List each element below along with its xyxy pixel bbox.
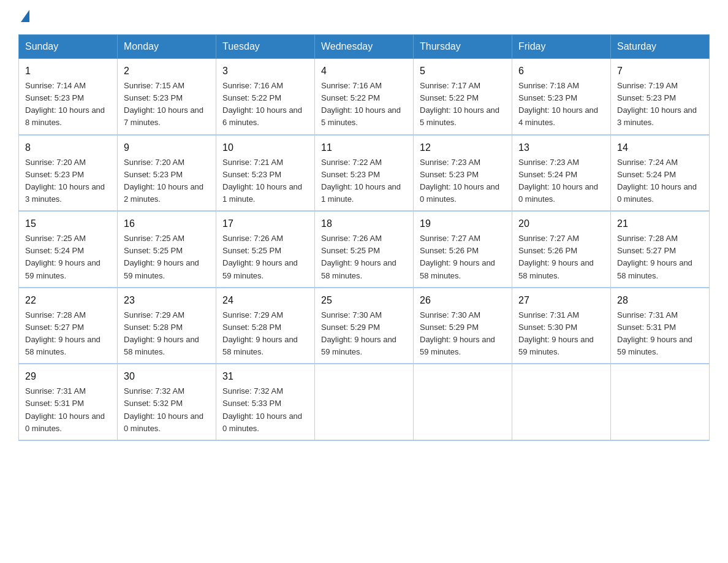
day-info: Sunrise: 7:30 AMSunset: 5:29 PMDaylight:…	[420, 309, 506, 359]
day-number: 24	[222, 293, 308, 308]
table-row: 17Sunrise: 7:26 AMSunset: 5:25 PMDayligh…	[216, 211, 315, 288]
table-row: 8Sunrise: 7:20 AMSunset: 5:23 PMDaylight…	[19, 135, 118, 212]
day-info: Sunrise: 7:25 AMSunset: 5:25 PMDaylight:…	[124, 232, 210, 282]
day-info: Sunrise: 7:32 AMSunset: 5:33 PMDaylight:…	[222, 385, 308, 435]
calendar-week-row: 15Sunrise: 7:25 AMSunset: 5:24 PMDayligh…	[19, 211, 710, 288]
day-number: 10	[222, 140, 308, 155]
day-number: 17	[222, 216, 308, 231]
day-number: 14	[617, 140, 703, 155]
day-info: Sunrise: 7:29 AMSunset: 5:28 PMDaylight:…	[222, 309, 308, 359]
day-number: 25	[321, 293, 407, 308]
day-number: 3	[222, 64, 308, 79]
table-row: 25Sunrise: 7:30 AMSunset: 5:29 PMDayligh…	[315, 288, 414, 364]
day-info: Sunrise: 7:18 AMSunset: 5:23 PMDaylight:…	[518, 80, 604, 129]
logo	[18, 12, 32, 22]
table-row: 29Sunrise: 7:31 AMSunset: 5:31 PMDayligh…	[19, 364, 118, 440]
logo-triangle-icon	[21, 10, 29, 22]
table-row: 21Sunrise: 7:28 AMSunset: 5:27 PMDayligh…	[611, 211, 710, 288]
day-number: 23	[124, 293, 210, 308]
day-info: Sunrise: 7:31 AMSunset: 5:31 PMDaylight:…	[617, 309, 703, 359]
day-info: Sunrise: 7:26 AMSunset: 5:25 PMDaylight:…	[321, 232, 407, 282]
header-friday: Friday	[512, 35, 611, 59]
day-info: Sunrise: 7:32 AMSunset: 5:32 PMDaylight:…	[124, 385, 210, 435]
table-row: 9Sunrise: 7:20 AMSunset: 5:23 PMDaylight…	[118, 135, 216, 212]
day-info: Sunrise: 7:24 AMSunset: 5:24 PMDaylight:…	[617, 156, 703, 206]
day-number: 2	[124, 64, 210, 79]
table-row: 12Sunrise: 7:23 AMSunset: 5:23 PMDayligh…	[414, 135, 512, 212]
day-info: Sunrise: 7:27 AMSunset: 5:26 PMDaylight:…	[518, 232, 604, 282]
day-number: 19	[420, 216, 506, 231]
day-number: 9	[124, 140, 210, 155]
day-info: Sunrise: 7:28 AMSunset: 5:27 PMDaylight:…	[617, 232, 703, 282]
table-row: 4Sunrise: 7:16 AMSunset: 5:22 PMDaylight…	[315, 59, 414, 135]
calendar-week-row: 29Sunrise: 7:31 AMSunset: 5:31 PMDayligh…	[19, 364, 710, 440]
day-number: 13	[518, 140, 604, 155]
day-info: Sunrise: 7:14 AMSunset: 5:23 PMDaylight:…	[25, 80, 111, 129]
day-number: 28	[617, 293, 703, 308]
day-info: Sunrise: 7:20 AMSunset: 5:23 PMDaylight:…	[124, 156, 210, 206]
day-number: 20	[518, 216, 604, 231]
day-number: 1	[25, 64, 111, 79]
day-number: 29	[25, 369, 111, 384]
day-number: 4	[321, 64, 407, 79]
table-row: 14Sunrise: 7:24 AMSunset: 5:24 PMDayligh…	[611, 135, 710, 212]
day-info: Sunrise: 7:16 AMSunset: 5:22 PMDaylight:…	[222, 80, 308, 129]
day-number: 21	[617, 216, 703, 231]
day-number: 5	[420, 64, 506, 79]
day-number: 7	[617, 64, 703, 79]
day-number: 30	[124, 369, 210, 384]
day-info: Sunrise: 7:30 AMSunset: 5:29 PMDaylight:…	[321, 309, 407, 359]
table-row: 13Sunrise: 7:23 AMSunset: 5:24 PMDayligh…	[512, 135, 611, 212]
day-info: Sunrise: 7:23 AMSunset: 5:24 PMDaylight:…	[518, 156, 604, 206]
calendar-header-row: Sunday Monday Tuesday Wednesday Thursday…	[19, 35, 710, 59]
day-info: Sunrise: 7:19 AMSunset: 5:23 PMDaylight:…	[617, 80, 703, 129]
day-info: Sunrise: 7:23 AMSunset: 5:23 PMDaylight:…	[420, 156, 506, 206]
table-row: 3Sunrise: 7:16 AMSunset: 5:22 PMDaylight…	[216, 59, 315, 135]
day-info: Sunrise: 7:29 AMSunset: 5:28 PMDaylight:…	[124, 309, 210, 359]
table-row: 23Sunrise: 7:29 AMSunset: 5:28 PMDayligh…	[118, 288, 216, 364]
table-row: 2Sunrise: 7:15 AMSunset: 5:23 PMDaylight…	[118, 59, 216, 135]
calendar-week-row: 22Sunrise: 7:28 AMSunset: 5:27 PMDayligh…	[19, 288, 710, 364]
calendar-week-row: 8Sunrise: 7:20 AMSunset: 5:23 PMDaylight…	[19, 135, 710, 212]
table-row: 20Sunrise: 7:27 AMSunset: 5:26 PMDayligh…	[512, 211, 611, 288]
table-row	[512, 364, 611, 440]
page-header	[18, 12, 710, 22]
day-info: Sunrise: 7:28 AMSunset: 5:27 PMDaylight:…	[25, 309, 111, 359]
day-info: Sunrise: 7:31 AMSunset: 5:30 PMDaylight:…	[518, 309, 604, 359]
table-row: 28Sunrise: 7:31 AMSunset: 5:31 PMDayligh…	[611, 288, 710, 364]
day-info: Sunrise: 7:17 AMSunset: 5:22 PMDaylight:…	[420, 80, 506, 129]
day-info: Sunrise: 7:21 AMSunset: 5:23 PMDaylight:…	[222, 156, 308, 206]
table-row: 27Sunrise: 7:31 AMSunset: 5:30 PMDayligh…	[512, 288, 611, 364]
calendar-table: Sunday Monday Tuesday Wednesday Thursday…	[18, 34, 710, 441]
header-monday: Monday	[118, 35, 216, 59]
day-number: 22	[25, 293, 111, 308]
day-info: Sunrise: 7:31 AMSunset: 5:31 PMDaylight:…	[25, 385, 111, 435]
day-number: 15	[25, 216, 111, 231]
day-info: Sunrise: 7:20 AMSunset: 5:23 PMDaylight:…	[25, 156, 111, 206]
header-sunday: Sunday	[19, 35, 118, 59]
day-number: 8	[25, 140, 111, 155]
table-row: 15Sunrise: 7:25 AMSunset: 5:24 PMDayligh…	[19, 211, 118, 288]
header-wednesday: Wednesday	[315, 35, 414, 59]
day-info: Sunrise: 7:25 AMSunset: 5:24 PMDaylight:…	[25, 232, 111, 282]
header-saturday: Saturday	[611, 35, 710, 59]
table-row: 16Sunrise: 7:25 AMSunset: 5:25 PMDayligh…	[118, 211, 216, 288]
table-row: 18Sunrise: 7:26 AMSunset: 5:25 PMDayligh…	[315, 211, 414, 288]
table-row: 30Sunrise: 7:32 AMSunset: 5:32 PMDayligh…	[118, 364, 216, 440]
table-row: 26Sunrise: 7:30 AMSunset: 5:29 PMDayligh…	[414, 288, 512, 364]
day-info: Sunrise: 7:27 AMSunset: 5:26 PMDaylight:…	[420, 232, 506, 282]
day-info: Sunrise: 7:15 AMSunset: 5:23 PMDaylight:…	[124, 80, 210, 129]
table-row: 10Sunrise: 7:21 AMSunset: 5:23 PMDayligh…	[216, 135, 315, 212]
day-info: Sunrise: 7:16 AMSunset: 5:22 PMDaylight:…	[321, 80, 407, 129]
table-row: 24Sunrise: 7:29 AMSunset: 5:28 PMDayligh…	[216, 288, 315, 364]
table-row: 19Sunrise: 7:27 AMSunset: 5:26 PMDayligh…	[414, 211, 512, 288]
table-row	[414, 364, 512, 440]
table-row: 5Sunrise: 7:17 AMSunset: 5:22 PMDaylight…	[414, 59, 512, 135]
day-info: Sunrise: 7:22 AMSunset: 5:23 PMDaylight:…	[321, 156, 407, 206]
table-row: 31Sunrise: 7:32 AMSunset: 5:33 PMDayligh…	[216, 364, 315, 440]
day-number: 6	[518, 64, 604, 79]
day-info: Sunrise: 7:26 AMSunset: 5:25 PMDaylight:…	[222, 232, 308, 282]
table-row	[611, 364, 710, 440]
header-thursday: Thursday	[414, 35, 512, 59]
table-row: 1Sunrise: 7:14 AMSunset: 5:23 PMDaylight…	[19, 59, 118, 135]
